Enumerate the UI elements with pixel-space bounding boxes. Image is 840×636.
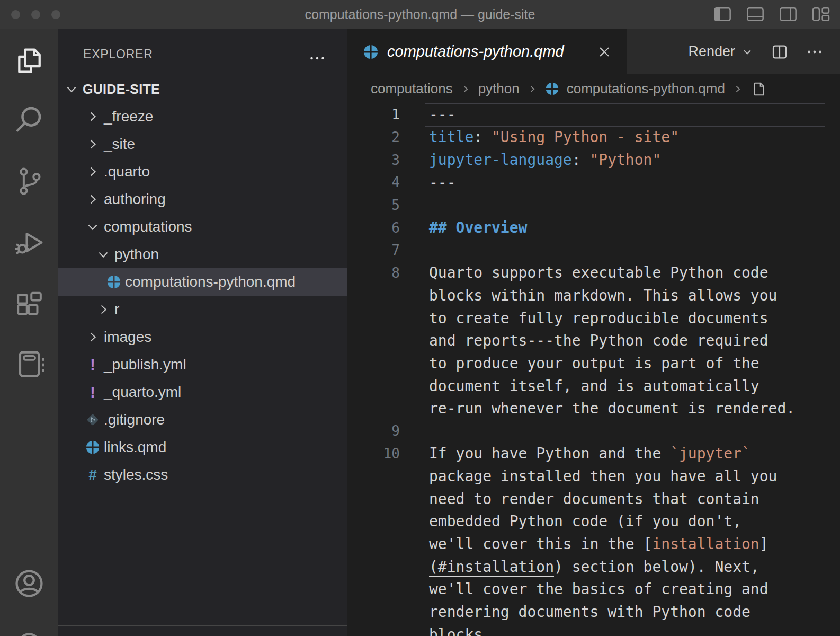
- chevron-right-icon: [85, 109, 101, 125]
- line-number: 6: [347, 220, 400, 236]
- editor-more-actions-icon[interactable]: [805, 42, 824, 61]
- line-number: 4: [347, 174, 400, 190]
- tree-item-label: .quarto: [104, 163, 150, 180]
- tree-item-links-qmd[interactable]: links.qmd: [58, 434, 347, 461]
- tree-item-r[interactable]: r: [58, 296, 347, 323]
- code-line-wrap: need to render documents that contain: [347, 488, 840, 510]
- tree-item-label: computations: [104, 218, 192, 235]
- explorer-icon[interactable]: [12, 45, 46, 78]
- line-number: 9: [347, 423, 400, 439]
- chevron-right-icon: [527, 84, 538, 94]
- quarto-file-icon: [363, 44, 379, 60]
- toggle-panel-icon[interactable]: [745, 4, 766, 25]
- breadcrumb-python[interactable]: python: [478, 81, 520, 97]
- code-line-wrap: blocks.: [347, 623, 840, 636]
- close-tab-icon[interactable]: [596, 43, 613, 60]
- tree-item-label: images: [104, 329, 151, 346]
- breadcrumb-file[interactable]: computations-python.qmd: [567, 81, 725, 97]
- render-button[interactable]: Render: [688, 43, 754, 60]
- tree-item-label: _publish.yml: [104, 356, 186, 373]
- tree-item-computations[interactable]: computations: [58, 213, 347, 241]
- code-line-wrap: rendering documents with Python code: [347, 600, 840, 623]
- search-icon[interactable]: [12, 103, 46, 137]
- chevron-down-icon: [740, 45, 754, 59]
- git-file-icon: [85, 412, 101, 428]
- css-file-icon: #: [85, 467, 101, 483]
- tree-item-label: python: [114, 246, 159, 263]
- settings-gear-icon[interactable]: [12, 627, 46, 636]
- breadcrumbs: computations python computations-python.…: [347, 74, 840, 103]
- chevron-right-icon: [85, 164, 101, 180]
- split-editor-icon[interactable]: [770, 42, 789, 61]
- chevron-right-icon: [95, 302, 111, 317]
- tree-item-label: r: [114, 301, 119, 318]
- extensions-icon[interactable]: [12, 287, 46, 321]
- tree-item--publish-yml[interactable]: !_publish.yml: [58, 351, 347, 378]
- notebook-icon[interactable]: [12, 347, 46, 381]
- code-line-wrap: and reports---the Python code required: [347, 329, 840, 352]
- chevron-right-icon: [732, 84, 743, 94]
- code-line-8: 8Quarto supports executable Python code: [347, 261, 840, 284]
- tree-item-label: _site: [104, 136, 135, 153]
- code-editor[interactable]: 1---2title: "Using Python - site"3jupyte…: [347, 103, 840, 636]
- breadcrumb-computations[interactable]: computations: [371, 81, 453, 97]
- quarto-file-icon: [545, 82, 559, 96]
- tree-item--site[interactable]: _site: [58, 130, 347, 158]
- source-control-icon[interactable]: [12, 164, 46, 198]
- tree-item-python[interactable]: python: [58, 241, 347, 268]
- tree-item-guide-site[interactable]: GUIDE-SITE: [58, 75, 347, 103]
- tree-item-label: styles.css: [104, 466, 168, 483]
- tree-item-styles-css[interactable]: #styles.css: [58, 461, 347, 489]
- tree-item-label: authoring: [104, 191, 166, 208]
- chevron-down-icon: [95, 246, 111, 262]
- tree-item--freeze[interactable]: _freeze: [58, 103, 347, 130]
- explorer-more-actions-icon[interactable]: [308, 46, 327, 67]
- render-label: Render: [688, 43, 735, 60]
- tree-item-computations-python-qmd[interactable]: computations-python.qmd: [58, 268, 347, 296]
- run-and-debug-icon[interactable]: [12, 225, 46, 259]
- editor-group: computations-python.qmd Render: [347, 29, 840, 636]
- quarto-file-icon: [85, 439, 101, 455]
- tree-item--quarto[interactable]: .quarto: [58, 158, 347, 186]
- code-line-wrap: blocks within markdown. This allows you: [347, 284, 840, 307]
- tab-computations-python[interactable]: computations-python.qmd: [347, 29, 627, 74]
- customize-layout-icon[interactable]: [810, 4, 832, 25]
- tree-item-label: _quarto.yml: [104, 384, 181, 401]
- outline-section-header[interactable]: OUTLINE: [58, 630, 347, 636]
- code-line-7: 7: [347, 239, 840, 262]
- code-line-wrap: to create fully reproducible documents: [347, 307, 840, 330]
- code-line-6: 6## Overview: [347, 216, 840, 239]
- tree-item-authoring[interactable]: authoring: [58, 186, 347, 213]
- activity-bar: [0, 29, 58, 636]
- code-line-wrap: we'll cover the basics of creating and: [347, 578, 840, 600]
- sidebar-section-divider: [58, 625, 347, 626]
- toggle-secondary-sidebar-icon[interactable]: [778, 4, 799, 25]
- chevron-down-icon: [85, 219, 101, 235]
- tree-item--gitignore[interactable]: .gitignore: [58, 406, 347, 434]
- explorer-title: EXPLORER: [83, 47, 153, 61]
- account-icon[interactable]: [12, 567, 46, 600]
- code-line-10: 10If you have Python and the `jupyter`: [347, 443, 840, 465]
- chevron-right-icon: [85, 329, 101, 345]
- chevron-right-icon: [85, 191, 101, 207]
- toggle-primary-sidebar-icon[interactable]: [712, 4, 733, 25]
- indent-guide: [95, 268, 95, 296]
- code-line-wrap: re-run whenever the document is rendered…: [347, 397, 840, 420]
- chevron-right-icon: [460, 84, 471, 94]
- tree-item-images[interactable]: images: [58, 323, 347, 351]
- tree-item--quarto-yml[interactable]: !_quarto.yml: [58, 378, 347, 406]
- code-line-wrap: (#installation) section below). Next,: [347, 555, 840, 578]
- yaml-file-icon: !: [85, 384, 101, 400]
- code-line-2: 2title: "Using Python - site": [347, 126, 840, 149]
- line-number: 10: [347, 446, 400, 462]
- tab-bar: computations-python.qmd Render: [347, 29, 840, 74]
- file-tree: GUIDE-SITE_freeze_site.quartoauthoringco…: [58, 75, 347, 489]
- tree-item-label: GUIDE-SITE: [83, 82, 160, 97]
- line-number: 7: [347, 242, 400, 258]
- code-line-3: 3jupyter-language: "Python": [347, 148, 840, 171]
- explorer-sidebar: EXPLORER GUIDE-SITE_freeze_site.quartoau…: [58, 29, 347, 636]
- code-line-9: 9: [347, 420, 840, 443]
- code-line-wrap: we'll cover this in the [installation]: [347, 533, 840, 555]
- code-line-wrap: package installed then you have all you: [347, 465, 840, 488]
- code-line-wrap: embedded Python code (if you don't,: [347, 510, 840, 533]
